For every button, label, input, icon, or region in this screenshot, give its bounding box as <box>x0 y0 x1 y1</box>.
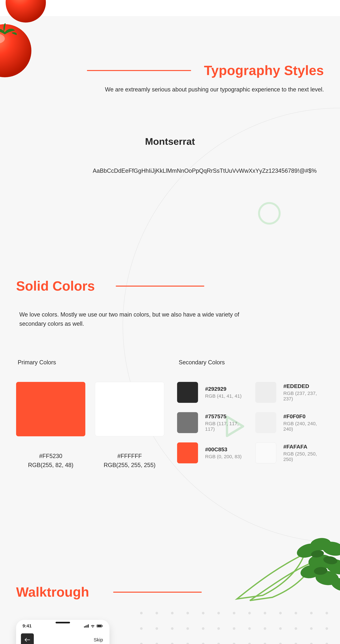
tomato-image-small <box>5 0 47 23</box>
typography-section: Typography Styles We are extreamly serio… <box>16 63 324 175</box>
swatch-hex: #292929 <box>205 386 242 392</box>
solid-colors-header: Solid Colors <box>16 278 324 294</box>
swatch-rgb: RGB (0, 200, 83) <box>205 454 242 459</box>
swatch-chip <box>177 412 198 433</box>
secondary-swatch-row: #00C853 RGB (0, 200, 83) <box>177 442 246 463</box>
primary-colors-label: Primary Colors <box>16 359 164 366</box>
swatch-hex: #F0F0F0 <box>283 413 324 420</box>
walkthrough-title: Walktrough <box>16 584 89 600</box>
arrow-left-icon <box>25 638 30 642</box>
swatch-chip <box>255 412 276 433</box>
secondary-swatch-row: #EDEDED RGB (237, 237, 237) <box>255 382 324 403</box>
swatch-rgb: RGB(255, 82, 48) <box>16 462 85 468</box>
primary-swatch: #FF5230 RGB(255, 82, 48) <box>16 382 85 468</box>
solid-colors-section: Solid Colors We love colors. Mostly we u… <box>16 278 324 468</box>
swatch-hex: #EDEDED <box>283 383 324 389</box>
swatch-hex: #FFFFFF <box>95 453 164 460</box>
primary-swatch: #FFFFFF RGB(255, 255, 255) <box>95 382 164 468</box>
swatch-rgb: RGB (237, 237, 237) <box>283 390 324 402</box>
secondary-swatch-row: #FAFAFA RGB (250, 250, 250) <box>255 442 324 463</box>
svg-point-2 <box>6 0 46 22</box>
tomato-image-large <box>0 23 32 78</box>
svg-rect-21 <box>102 626 103 626</box>
typography-title: Typography Styles <box>204 63 324 78</box>
primary-colors-column: Primary Colors #FF5230 RGB(255, 82, 48) … <box>16 359 164 468</box>
swatch-rgb: RGB (117, 117, 117) <box>205 421 246 432</box>
solid-colors-title: Solid Colors <box>16 278 95 294</box>
solid-colors-subtitle: We love colors. Mostly we use our two ma… <box>16 310 242 328</box>
secondary-swatch-row: #F0F0F0 RGB (240, 240, 240) <box>255 412 324 433</box>
secondary-colors-list-right: #EDEDED RGB (237, 237, 237) #F0F0F0 RGB … <box>255 382 324 463</box>
swatch-chip <box>16 382 85 436</box>
typography-subtitle: We are extreamly serious about pushing o… <box>87 85 324 94</box>
swatch-chip <box>95 382 164 436</box>
wifi-icon <box>90 624 95 628</box>
swatch-rgb: RGB (41, 41, 41) <box>205 393 242 399</box>
swatch-chip <box>177 382 198 403</box>
swatch-hex: #757575 <box>205 413 246 420</box>
parsley-image <box>230 530 340 607</box>
svg-rect-16 <box>85 626 86 628</box>
font-name: Montserrat <box>16 136 324 147</box>
swatch-chip <box>255 382 276 403</box>
swatch-chip <box>177 442 198 463</box>
glyph-sample: AaBbCcDdEeFfGgHhIiJjKkLlMmNnOoPpQqRrSsTt… <box>93 166 247 175</box>
phone-top-bar: Skip <box>16 628 110 644</box>
svg-rect-17 <box>86 625 88 628</box>
swatch-hex: #FF5230 <box>16 453 85 460</box>
swatch-rgb: RGB (250, 250, 250) <box>283 451 324 462</box>
swatch-hex: #00C853 <box>205 446 242 452</box>
phone-notch <box>46 620 80 626</box>
svg-rect-18 <box>88 624 89 628</box>
top-white-strip <box>0 0 340 16</box>
skip-button[interactable]: Skip <box>94 637 103 642</box>
solid-colors-divider <box>116 286 204 286</box>
secondary-swatch-row: #757575 RGB (117, 117, 117) <box>177 412 246 433</box>
status-icons <box>84 624 103 628</box>
svg-rect-15 <box>84 626 85 628</box>
secondary-colors-list-left: #292929 RGB (41, 41, 41) #757575 RGB (11… <box>177 382 246 463</box>
decorative-dot-grid <box>140 612 328 644</box>
svg-rect-20 <box>97 625 102 627</box>
secondary-swatch-row: #292929 RGB (41, 41, 41) <box>177 382 246 403</box>
secondary-colors-label: Secondary Colors <box>177 359 324 366</box>
swatch-rgb: RGB(255, 255, 255) <box>95 462 164 468</box>
swatch-chip <box>255 442 276 463</box>
swatch-hex: #FAFAFA <box>283 444 324 450</box>
phone-mockup: 9:41 Skip <box>16 620 110 644</box>
cellular-icon <box>84 624 89 628</box>
typography-divider <box>87 70 191 71</box>
status-time: 9:41 <box>22 624 32 628</box>
swatch-rgb: RGB (240, 240, 240) <box>283 421 324 432</box>
battery-icon <box>96 624 103 628</box>
back-button[interactable] <box>21 633 34 644</box>
walkthrough-divider <box>113 592 202 593</box>
secondary-colors-column: Secondary Colors #292929 RGB (41, 41, 41… <box>177 359 324 468</box>
typography-header: Typography Styles <box>87 63 324 78</box>
